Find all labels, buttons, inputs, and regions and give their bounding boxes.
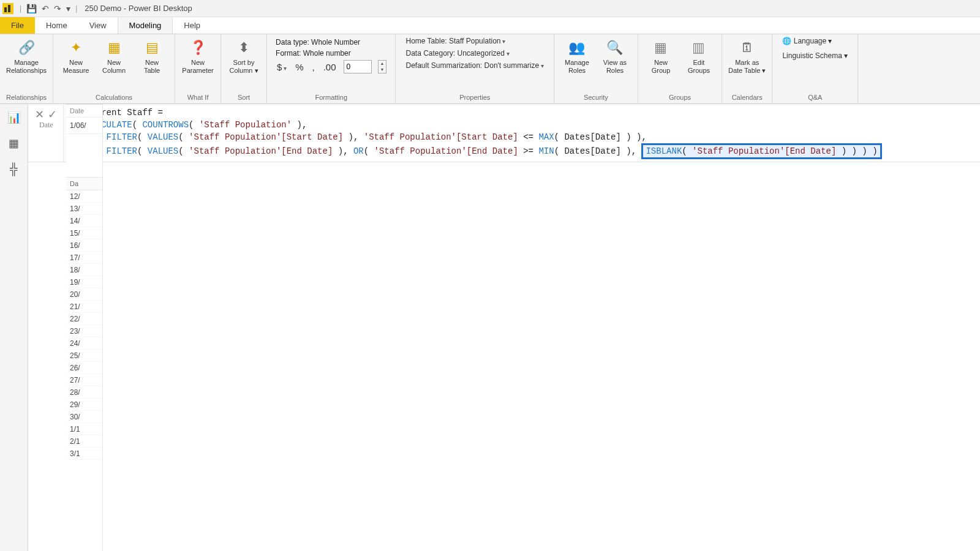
default-summarization-dropdown[interactable]: Default Summarization: Don't summarize	[405, 61, 543, 70]
group-label-calculations: Calculations	[96, 94, 132, 102]
tab-view[interactable]: View	[78, 17, 118, 34]
formula-editor[interactable]: Current Staff = CALCULATE( COUNTROWS( 'S…	[82, 104, 980, 162]
tab-home[interactable]: Home	[35, 17, 78, 34]
panel-row: 29/	[66, 399, 102, 411]
t-l2e: 'Staff Population'	[199, 120, 292, 130]
undo-button[interactable]: ↶	[39, 2, 51, 15]
t-l4d: (	[178, 146, 189, 156]
sort-by-column-label: Sort by Column ▾	[230, 59, 258, 75]
t-hld: ) ) ) )	[836, 146, 877, 156]
ribbon-group-properties: Home Table: Staff Population Data Catego…	[396, 34, 554, 103]
relationships-icon: 🔗	[17, 38, 36, 58]
sort-by-column-button[interactable]: ⬍ Sort by Column ▾	[225, 37, 263, 76]
qa-separator-2: |	[75, 4, 77, 13]
manage-roles-button[interactable]: 👥 Manage Roles	[558, 37, 596, 76]
group-label-formatting: Formatting	[271, 94, 391, 102]
tab-help[interactable]: Help	[173, 17, 211, 34]
panel-row: 19/	[66, 276, 102, 288]
model-view-icon[interactable]: ╬	[6, 162, 23, 176]
linguistic-schema-dropdown[interactable]: Linguistic Schema ▾	[782, 51, 848, 60]
language-dropdown[interactable]: 🌐 Language ▾	[782, 37, 848, 45]
quick-access-more[interactable]: ▾	[64, 2, 73, 15]
panel-row: 18/	[66, 264, 102, 276]
panel-row: 22/	[66, 313, 102, 325]
t-filter2: FILTER	[107, 146, 137, 156]
t-l2d: (	[189, 120, 199, 130]
formula-bar: ✕ ✓ 1 Date 2 3 4 Current Staff = CALCULA…	[28, 104, 980, 162]
format-dropdown[interactable]: Format: Whole number	[276, 49, 351, 58]
measure-icon: ✦	[66, 38, 86, 58]
manage-relationships-label: Manage Relationships	[6, 59, 47, 75]
new-group-button[interactable]: ▦ New Group	[642, 37, 680, 76]
t-l4l: ( Dates[Date] ),	[554, 146, 636, 156]
decimals-input[interactable]	[344, 60, 372, 73]
ribbon-group-security: 👥 Manage Roles 🔍 View as Roles Security	[554, 34, 638, 103]
menu-tabs: File Home View Modeling Help	[0, 17, 980, 34]
t-hlb: (	[682, 146, 692, 156]
t-max: MAX	[538, 132, 554, 142]
decimals-spinner[interactable]: ▲▼	[378, 60, 387, 73]
new-parameter-button[interactable]: ❓ New Parameter	[179, 37, 217, 76]
view-roles-icon: 🔍	[605, 38, 625, 58]
panel-row: 16/	[66, 239, 102, 252]
edit-groups-label: Edit Groups	[688, 59, 710, 75]
ribbon-group-relationships: 🔗 Manage Relationships Relationships	[0, 34, 53, 103]
home-table-dropdown[interactable]: Home Table: Staff Population	[405, 37, 543, 45]
t-countrows: COUNTROWS	[142, 120, 189, 130]
ribbon-group-calculations: ✦ New Measure ▦ New Column ▤ New Table C…	[53, 34, 175, 103]
new-measure-button[interactable]: ✦ New Measure	[57, 37, 95, 76]
panel-row: 17/	[66, 252, 102, 264]
app-icon	[2, 3, 13, 14]
data-view-icon[interactable]: ▦	[6, 136, 23, 151]
manage-roles-label: Manage Roles	[565, 59, 589, 75]
tab-modeling[interactable]: Modeling	[118, 17, 173, 34]
t-l3e: 'Staff Population'[Start Date]	[189, 132, 343, 142]
t-l3h: <=	[518, 132, 539, 142]
redo-button[interactable]: ↷	[51, 2, 64, 15]
new-group-label: New Group	[652, 59, 671, 75]
group-label-relationships: Relationships	[6, 94, 47, 102]
data-category-dropdown[interactable]: Data Category: Uncategorized	[405, 49, 543, 58]
t-l4j: >=	[518, 146, 539, 156]
t-hlc: 'Staff Population'[End Date]	[692, 146, 836, 156]
group-label-whatif: What If	[187, 94, 209, 102]
report-view-icon[interactable]: 📊	[6, 110, 23, 125]
mark-as-date-table-button[interactable]: 🗓 Mark as Date Table ▾	[726, 37, 768, 76]
new-column-button[interactable]: ▦ New Column	[95, 37, 133, 76]
manage-relationships-button[interactable]: 🔗 Manage Relationships	[4, 37, 49, 76]
roles-icon: 👥	[567, 38, 587, 58]
t-l4i: 'Staff Population'[End Date]	[374, 146, 518, 156]
ribbon-group-sort: ⬍ Sort by Column ▾ Sort	[221, 34, 267, 103]
qa-separator: |	[20, 4, 21, 13]
panel-row: 27/	[66, 374, 102, 386]
new-table-button[interactable]: ▤ New Table	[133, 37, 171, 76]
view-as-roles-button[interactable]: 🔍 View as Roles	[596, 37, 634, 76]
t-l2f: ),	[292, 120, 307, 130]
view-switch-rail: 📊 ▦ ╬	[0, 104, 28, 551]
save-button[interactable]: 💾	[24, 2, 39, 15]
group-label-groups: Groups	[669, 94, 691, 102]
t-l4h: (	[364, 146, 374, 156]
parameter-icon: ❓	[188, 38, 208, 58]
behind-label-date: Date	[39, 119, 53, 131]
t-l2b: (	[132, 120, 143, 130]
sort-icon: ⬍	[234, 38, 254, 58]
new-group-icon: ▦	[651, 38, 671, 58]
percent-button[interactable]: %	[294, 62, 304, 72]
tab-file[interactable]: File	[0, 17, 35, 34]
t-l3j: ( Dates[Date] ) ),	[554, 132, 647, 142]
edit-groups-button[interactable]: ▥ Edit Groups	[680, 37, 718, 76]
new-measure-label: New Measure	[63, 59, 89, 75]
ribbon-group-qa: 🌐 Language ▾ Linguistic Schema ▾ Q&A	[772, 34, 858, 103]
panel-row: 14/	[66, 215, 102, 227]
group-label-calendars: Calendars	[732, 94, 763, 102]
data-type-dropdown[interactable]: Data type: Whole Number	[276, 38, 360, 47]
comma-button[interactable]: ,	[311, 62, 316, 72]
formula-controls: ✕ ✓	[28, 104, 64, 162]
currency-button[interactable]: $	[276, 62, 288, 72]
formula-zone: ✕ ✓ 1 Date 2 3 4 Current Staff = CALCULA…	[28, 104, 980, 551]
panel-row: 25/	[66, 350, 102, 362]
language-label: Language ▾	[794, 37, 832, 45]
panel-row: 3/1	[66, 448, 102, 460]
panel-top-value: 1/06/	[66, 118, 102, 134]
